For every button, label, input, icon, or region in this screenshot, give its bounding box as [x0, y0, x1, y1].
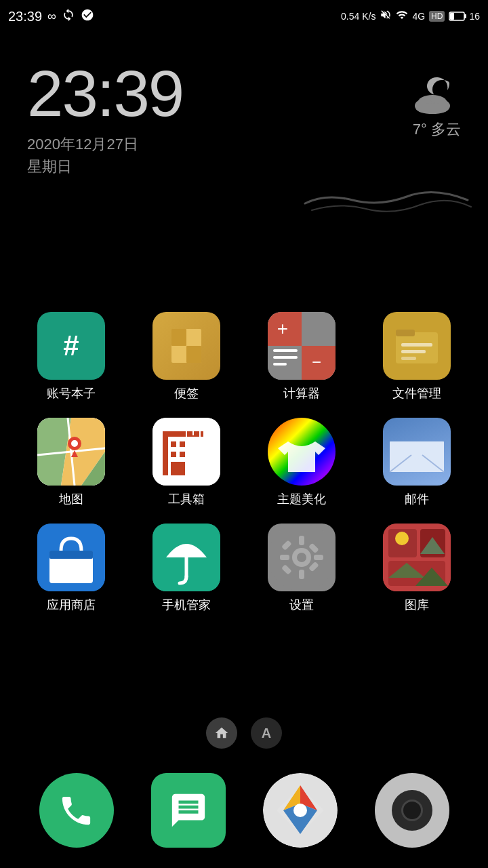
app-settings[interactable]: 设置 [244, 524, 359, 613]
svg-rect-59 [299, 570, 304, 579]
svg-rect-38 [180, 452, 185, 457]
messages-icon [151, 773, 226, 848]
app-memo[interactable]: 便签 [129, 312, 244, 401]
clock-weekday: 星期日 [27, 155, 183, 178]
accountbook-label: 账号本子 [47, 385, 96, 401]
theme-label: 主题美化 [277, 491, 326, 507]
svg-rect-16 [273, 356, 298, 359]
appstore-icon [37, 524, 105, 591]
infinity-icon: ∞ [47, 9, 56, 24]
status-bar: 23:39 ∞ 0.54 K/s 4G HD 16 [0, 0, 488, 33]
accountbook-icon: # [37, 312, 105, 380]
navi-icon [263, 773, 338, 848]
svg-rect-20 [401, 343, 432, 347]
memo-label: 便签 [174, 385, 199, 401]
app-maps[interactable]: 地图 [14, 418, 129, 507]
calculator-icon: + − [268, 312, 336, 380]
settings-icon [268, 524, 336, 591]
appstore-label: 应用商店 [47, 597, 96, 613]
theme-icon [268, 418, 336, 486]
app-phonemanager[interactable]: 手机管家 [129, 524, 244, 613]
svg-rect-36 [180, 441, 185, 447]
settings-label: 设置 [289, 597, 314, 613]
dock-indicator-a[interactable]: A [251, 717, 282, 749]
clock-date-line1: 2020年12月27日 [27, 133, 183, 155]
dock-camera[interactable] [375, 773, 449, 848]
svg-rect-8 [171, 329, 186, 346]
app-theme[interactable]: 主题美化 [244, 418, 359, 507]
svg-rect-9 [186, 346, 201, 363]
mail-icon [383, 418, 451, 486]
weather-widget: 7° 多云 [407, 68, 461, 140]
weather-temp: 7° 多云 [407, 119, 461, 140]
svg-rect-21 [401, 350, 426, 353]
mail-label: 邮件 [405, 491, 429, 507]
app-calculator[interactable]: + − 计算器 [244, 312, 359, 401]
signal-icon: 4G [412, 11, 425, 22]
app-appstore[interactable]: 应用商店 [14, 524, 129, 613]
sync-icon [62, 8, 75, 25]
dock-indicator-home[interactable] [206, 717, 237, 749]
svg-rect-1 [450, 13, 454, 20]
svg-point-30 [71, 440, 78, 447]
calculator-label: 计算器 [283, 385, 320, 401]
svg-rect-61 [314, 555, 323, 560]
dock-phone[interactable] [39, 773, 114, 848]
svg-rect-22 [401, 357, 416, 360]
app-grid: # 账号本子 便签 + − 计算器 [0, 312, 488, 613]
clock-left: 23:39 2020年12月27日 星期日 [27, 61, 183, 178]
files-icon [383, 312, 451, 380]
svg-point-57 [297, 553, 306, 562]
svg-point-6 [416, 103, 449, 114]
status-time: 23:39 [8, 9, 42, 24]
battery-icon: 16 [449, 11, 480, 22]
check-icon [81, 8, 94, 25]
battery-level: 16 [469, 11, 480, 22]
phone-icon [39, 773, 114, 848]
app-files[interactable]: 文件管理 [359, 312, 474, 401]
svg-rect-58 [299, 536, 304, 545]
svg-rect-19 [396, 330, 415, 336]
svg-point-70 [395, 532, 409, 545]
svg-rect-17 [273, 363, 287, 366]
camera-icon [375, 773, 449, 848]
svg-rect-35 [171, 441, 176, 447]
app-gallery[interactable]: 图库 [359, 524, 474, 613]
svg-rect-37 [171, 452, 176, 457]
phonemanager-icon [152, 524, 220, 591]
weather-sketch [298, 183, 474, 224]
svg-rect-52 [49, 551, 93, 559]
tools-icon [152, 418, 220, 486]
app-tools[interactable]: 工具箱 [129, 418, 244, 507]
weather-icon [407, 68, 461, 115]
dock-indicators: A [0, 717, 488, 749]
app-mail[interactable]: 邮件 [359, 418, 474, 507]
maps-icon [37, 418, 105, 486]
svg-rect-60 [280, 555, 289, 560]
svg-rect-33 [163, 431, 168, 475]
dock-messages[interactable] [151, 773, 226, 848]
svg-text:+: + [277, 318, 288, 339]
svg-point-75 [293, 804, 307, 817]
app-accountbook[interactable]: # 账号本子 [14, 312, 129, 401]
dock-navi[interactable] [263, 773, 338, 848]
clock-widget: 23:39 2020年12月27日 星期日 7° 多云 [0, 61, 488, 178]
phonemanager-label: 手机管家 [162, 597, 211, 613]
status-left: 23:39 ∞ [8, 8, 94, 25]
files-label: 文件管理 [392, 385, 441, 401]
svg-rect-15 [273, 349, 298, 352]
gallery-label: 图库 [405, 597, 429, 613]
svg-rect-34 [163, 431, 203, 437]
clock-time: 23:39 [27, 61, 183, 126]
wifi-icon [396, 9, 408, 24]
svg-rect-2 [464, 14, 466, 18]
hd-badge: HD [429, 11, 445, 22]
gallery-icon [383, 524, 451, 591]
network-speed: 0.54 K/s [341, 11, 375, 22]
status-right: 0.54 K/s 4G HD 16 [341, 9, 480, 24]
memo-icon [152, 312, 220, 380]
clock-date: 2020年12月27日 星期日 [27, 133, 183, 178]
bottom-dock [0, 766, 488, 868]
svg-text:−: − [312, 353, 321, 371]
maps-label: 地图 [59, 491, 83, 507]
